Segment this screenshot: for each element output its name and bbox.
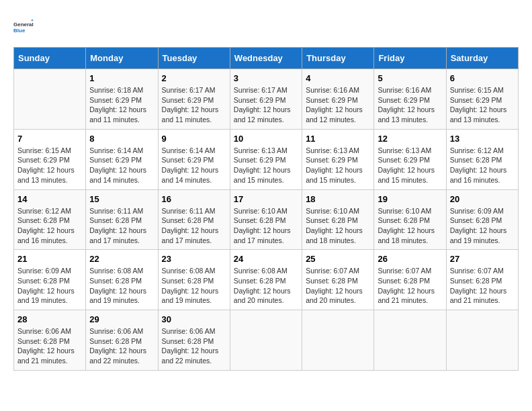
- day-number: 9: [162, 134, 226, 144]
- day-header-tuesday: Tuesday: [158, 48, 230, 69]
- day-number: 18: [306, 194, 370, 204]
- day-info: Sunrise: 6:12 AMSunset: 6:28 PMDaylight:…: [17, 206, 82, 246]
- day-info: Sunrise: 6:17 AMSunset: 6:29 PMDaylight:…: [162, 85, 226, 125]
- day-cell: 6Sunrise: 6:15 AMSunset: 6:29 PMDaylight…: [446, 69, 518, 130]
- day-info: Sunrise: 6:08 AMSunset: 6:28 PMDaylight:…: [234, 266, 298, 306]
- day-cell: 4Sunrise: 6:16 AMSunset: 6:29 PMDaylight…: [302, 69, 374, 130]
- day-number: 13: [450, 134, 515, 144]
- day-info: Sunrise: 6:16 AMSunset: 6:29 PMDaylight:…: [378, 85, 442, 125]
- day-info: Sunrise: 6:11 AMSunset: 6:28 PMDaylight:…: [89, 206, 154, 246]
- day-cell: 26Sunrise: 6:07 AMSunset: 6:28 PMDayligh…: [374, 250, 446, 310]
- svg-text:Blue: Blue: [13, 28, 26, 34]
- day-cell: 7Sunrise: 6:15 AMSunset: 6:29 PMDaylight…: [14, 129, 86, 189]
- day-number: 3: [234, 73, 298, 83]
- day-info: Sunrise: 6:13 AMSunset: 6:29 PMDaylight:…: [234, 146, 298, 185]
- day-number: 7: [17, 134, 82, 144]
- day-cell: 1Sunrise: 6:18 AMSunset: 6:29 PMDaylight…: [86, 69, 158, 130]
- day-cell: 23Sunrise: 6:08 AMSunset: 6:28 PMDayligh…: [158, 250, 230, 310]
- week-row-5: 28Sunrise: 6:06 AMSunset: 6:28 PMDayligh…: [14, 310, 519, 371]
- day-cell: 25Sunrise: 6:07 AMSunset: 6:28 PMDayligh…: [302, 250, 374, 310]
- day-cell: 8Sunrise: 6:14 AMSunset: 6:29 PMDaylight…: [86, 129, 158, 189]
- week-row-1: 1Sunrise: 6:18 AMSunset: 6:29 PMDaylight…: [14, 69, 519, 130]
- day-number: 17: [234, 194, 298, 204]
- day-cell: [230, 310, 302, 371]
- svg-marker-2: [31, 19, 34, 21]
- day-cell: 24Sunrise: 6:08 AMSunset: 6:28 PMDayligh…: [230, 250, 302, 310]
- day-cell: 12Sunrise: 6:13 AMSunset: 6:29 PMDayligh…: [374, 129, 446, 189]
- header: General Blue: [13, 13, 519, 40]
- day-header-thursday: Thursday: [302, 48, 374, 69]
- day-number: 29: [89, 314, 154, 324]
- day-info: Sunrise: 6:10 AMSunset: 6:28 PMDaylight:…: [306, 206, 370, 246]
- day-info: Sunrise: 6:06 AMSunset: 6:28 PMDaylight:…: [162, 326, 226, 366]
- day-cell: 20Sunrise: 6:09 AMSunset: 6:28 PMDayligh…: [446, 189, 518, 250]
- day-cell: 5Sunrise: 6:16 AMSunset: 6:29 PMDaylight…: [374, 69, 446, 130]
- day-cell: 18Sunrise: 6:10 AMSunset: 6:28 PMDayligh…: [302, 189, 374, 250]
- week-row-2: 7Sunrise: 6:15 AMSunset: 6:29 PMDaylight…: [14, 129, 519, 189]
- week-row-3: 14Sunrise: 6:12 AMSunset: 6:28 PMDayligh…: [14, 189, 519, 250]
- day-cell: [14, 69, 86, 130]
- day-info: Sunrise: 6:14 AMSunset: 6:29 PMDaylight:…: [162, 146, 226, 185]
- day-number: 25: [306, 254, 370, 264]
- day-cell: 2Sunrise: 6:17 AMSunset: 6:29 PMDaylight…: [158, 69, 230, 130]
- day-number: 23: [162, 254, 226, 264]
- day-number: 10: [234, 134, 298, 144]
- day-info: Sunrise: 6:15 AMSunset: 6:29 PMDaylight:…: [450, 85, 515, 125]
- day-number: 2: [162, 73, 226, 83]
- day-header-sunday: Sunday: [14, 48, 86, 69]
- day-info: Sunrise: 6:12 AMSunset: 6:28 PMDaylight:…: [450, 146, 515, 185]
- week-row-4: 21Sunrise: 6:09 AMSunset: 6:28 PMDayligh…: [14, 250, 519, 310]
- day-number: 6: [450, 73, 515, 83]
- day-cell: 9Sunrise: 6:14 AMSunset: 6:29 PMDaylight…: [158, 129, 230, 189]
- day-number: 26: [378, 254, 442, 264]
- day-info: Sunrise: 6:15 AMSunset: 6:29 PMDaylight:…: [17, 146, 82, 185]
- day-number: 8: [89, 134, 154, 144]
- day-cell: [302, 310, 374, 371]
- day-number: 16: [162, 194, 226, 204]
- day-header-monday: Monday: [86, 48, 158, 69]
- day-cell: 13Sunrise: 6:12 AMSunset: 6:28 PMDayligh…: [446, 129, 518, 189]
- day-cell: 11Sunrise: 6:13 AMSunset: 6:29 PMDayligh…: [302, 129, 374, 189]
- day-number: 4: [306, 73, 370, 83]
- day-number: 15: [89, 194, 154, 204]
- day-cell: 21Sunrise: 6:09 AMSunset: 6:28 PMDayligh…: [14, 250, 86, 310]
- day-number: 28: [17, 314, 82, 324]
- day-info: Sunrise: 6:06 AMSunset: 6:28 PMDaylight:…: [89, 326, 154, 366]
- day-number: 11: [306, 134, 370, 144]
- day-number: 22: [89, 254, 154, 264]
- day-info: Sunrise: 6:11 AMSunset: 6:28 PMDaylight:…: [162, 206, 226, 246]
- day-cell: 10Sunrise: 6:13 AMSunset: 6:29 PMDayligh…: [230, 129, 302, 189]
- day-number: 24: [234, 254, 298, 264]
- day-number: 27: [450, 254, 515, 264]
- day-info: Sunrise: 6:13 AMSunset: 6:29 PMDaylight:…: [306, 146, 370, 185]
- day-cell: 28Sunrise: 6:06 AMSunset: 6:28 PMDayligh…: [14, 310, 86, 371]
- day-number: 21: [17, 254, 82, 264]
- day-info: Sunrise: 6:06 AMSunset: 6:28 PMDaylight:…: [17, 326, 82, 366]
- day-info: Sunrise: 6:17 AMSunset: 6:29 PMDaylight:…: [234, 85, 298, 125]
- day-info: Sunrise: 6:10 AMSunset: 6:28 PMDaylight:…: [234, 206, 298, 246]
- day-info: Sunrise: 6:14 AMSunset: 6:29 PMDaylight:…: [89, 146, 154, 185]
- logo: General Blue: [13, 13, 34, 40]
- day-number: 1: [89, 73, 154, 83]
- day-info: Sunrise: 6:07 AMSunset: 6:28 PMDaylight:…: [450, 266, 515, 306]
- day-number: 30: [162, 314, 226, 324]
- day-cell: 27Sunrise: 6:07 AMSunset: 6:28 PMDayligh…: [446, 250, 518, 310]
- day-cell: 15Sunrise: 6:11 AMSunset: 6:28 PMDayligh…: [86, 189, 158, 250]
- day-number: 5: [378, 73, 442, 83]
- day-cell: [446, 310, 518, 371]
- day-cell: 16Sunrise: 6:11 AMSunset: 6:28 PMDayligh…: [158, 189, 230, 250]
- day-info: Sunrise: 6:08 AMSunset: 6:28 PMDaylight:…: [162, 266, 226, 306]
- day-cell: 17Sunrise: 6:10 AMSunset: 6:28 PMDayligh…: [230, 189, 302, 250]
- day-header-row: SundayMondayTuesdayWednesdayThursdayFrid…: [14, 48, 519, 69]
- day-info: Sunrise: 6:07 AMSunset: 6:28 PMDaylight:…: [378, 266, 442, 306]
- day-cell: [374, 310, 446, 371]
- logo-icon: General Blue: [13, 13, 34, 40]
- day-cell: 19Sunrise: 6:10 AMSunset: 6:28 PMDayligh…: [374, 189, 446, 250]
- day-info: Sunrise: 6:09 AMSunset: 6:28 PMDaylight:…: [17, 266, 82, 306]
- day-number: 14: [17, 194, 82, 204]
- day-number: 20: [450, 194, 515, 204]
- day-header-wednesday: Wednesday: [230, 48, 302, 69]
- day-cell: 3Sunrise: 6:17 AMSunset: 6:29 PMDaylight…: [230, 69, 302, 130]
- day-info: Sunrise: 6:10 AMSunset: 6:28 PMDaylight:…: [378, 206, 442, 246]
- day-info: Sunrise: 6:18 AMSunset: 6:29 PMDaylight:…: [89, 85, 154, 125]
